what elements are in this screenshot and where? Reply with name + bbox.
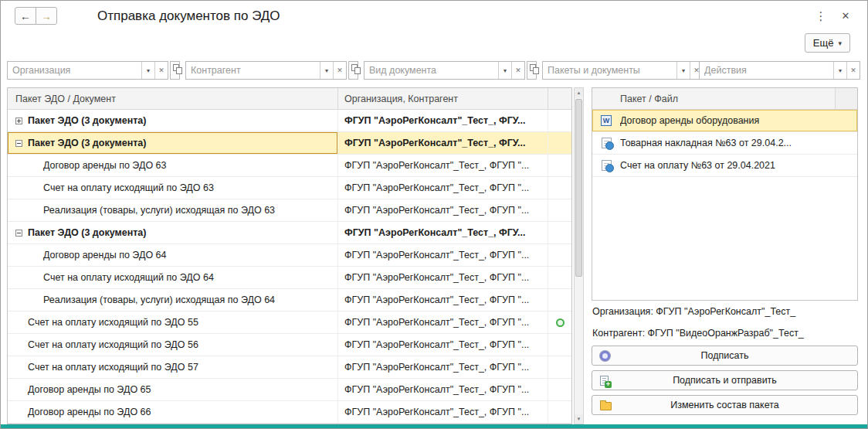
column-header-status <box>548 88 571 109</box>
status-cell <box>548 110 571 131</box>
status-cell <box>548 199 571 221</box>
filter-group: ▾✕ <box>185 61 358 80</box>
chevron-down-icon: ▾ <box>838 39 842 47</box>
document-title: Договор аренды по ЭДО 66 <box>28 407 151 417</box>
filter-input[interactable] <box>186 62 320 79</box>
scrollbar-thumb[interactable] <box>575 99 582 277</box>
organization-cell: ФГУП "АэроРегКонсалт"_Тест_, ФГУП "... <box>338 401 548 423</box>
status-cell <box>548 401 571 423</box>
table-row[interactable]: Договор аренды по ЭДО 66ФГУП "АэроРегКон… <box>8 401 571 424</box>
sign-and-send-button[interactable]: Подписать и отправить <box>592 370 858 390</box>
file-row[interactable]: WДоговор аренды оборудования <box>592 110 857 132</box>
forward-button[interactable]: → <box>36 7 57 25</box>
edit-package-button[interactable]: Изменить состав пакета <box>592 395 858 415</box>
close-icon[interactable]: ✕ <box>839 10 852 22</box>
status-cell <box>548 334 571 356</box>
table-row[interactable]: Счет на оплату исходящий по ЭДО 63ФГУП "… <box>8 177 571 199</box>
back-button[interactable]: ← <box>15 7 36 25</box>
organization-cell: ФГУП "АэроРегКонсалт"_Тест_, ФГУП "... <box>338 312 548 333</box>
file-title: Товарная накладная №63 от 29.04.2... <box>620 138 792 148</box>
status-cell <box>548 289 571 311</box>
organization-cell: ФГУП "АэроРегКонсалт"_Тест_, ФГУП "... <box>338 289 548 311</box>
chevron-down-icon[interactable]: ▾ <box>498 62 511 79</box>
vertical-scrollbar[interactable]: ▲ ▼ <box>574 87 584 424</box>
list-select-icon[interactable] <box>170 61 180 80</box>
table-row[interactable]: Счет на оплату исходящий по ЭДО 56ФГУП "… <box>8 334 571 356</box>
scroll-down-icon[interactable]: ▼ <box>575 414 583 424</box>
list-select-icon[interactable] <box>348 61 358 80</box>
edo-document-icon <box>602 160 612 171</box>
expand-icon[interactable] <box>15 117 22 124</box>
filter-input[interactable] <box>364 62 498 79</box>
filter-combo[interactable]: ▾✕ <box>364 61 525 80</box>
clear-icon[interactable]: ✕ <box>333 62 346 79</box>
table-row[interactable]: Договор аренды по ЭДО 64ФГУП "АэроРегКон… <box>8 244 571 267</box>
organization-cell: ФГУП "АэроРегКонсалт"_Тест_, ФГУП "... <box>338 379 548 400</box>
status-cell <box>548 267 571 288</box>
table-row[interactable]: Договор аренды по ЭДО 65ФГУП "АэроРегКон… <box>8 379 571 401</box>
filter-combo[interactable]: ▾✕ <box>699 61 860 80</box>
filter-group: ▾✕ <box>699 61 850 80</box>
word-file-icon: W <box>601 115 612 126</box>
organization-cell: ФГУП "АэроРегКонсалт"_Тест_, ФГУП "... <box>338 155 548 176</box>
filter-input[interactable] <box>700 62 833 79</box>
status-cell <box>548 177 571 199</box>
chevron-down-icon[interactable]: ▾ <box>320 62 333 79</box>
filter-combo[interactable]: ▾✕ <box>542 61 704 80</box>
status-cell <box>548 356 571 378</box>
table-row[interactable]: Реализация (товары, услуги) исходящая по… <box>8 199 571 222</box>
column-header-organization[interactable]: Организация, Контрагент <box>338 88 548 109</box>
chevron-down-icon[interactable]: ▾ <box>141 62 154 79</box>
sign-send-icon <box>600 376 609 386</box>
document-title: Договор аренды по ЭДО 64 <box>43 250 167 260</box>
window-menu-icon[interactable]: ⋮ <box>815 9 827 23</box>
table-row[interactable]: Пакет ЭДО (3 документа)ФГУП "АэроРегКонс… <box>8 222 571 244</box>
clear-icon[interactable]: ✕ <box>154 62 168 79</box>
document-title: Реализация (товары, услуги) исходящая по… <box>43 295 275 305</box>
document-title: Счет на оплату исходящий по ЭДО 64 <box>43 272 214 283</box>
table-row[interactable]: Счет на оплату исходящий по ЭДО 64ФГУП "… <box>8 267 571 289</box>
button-label: Изменить состав пакета <box>670 400 779 410</box>
collapse-icon[interactable] <box>15 230 22 237</box>
chevron-down-icon[interactable]: ▾ <box>676 62 690 79</box>
filter-combo[interactable]: ▾✕ <box>185 61 347 80</box>
table-row[interactable]: Пакет ЭДО (3 документа)ФГУП "АэроРегКонс… <box>8 110 571 132</box>
organization-cell: ФГУП "АэроРегКонсалт"_Тест_, ФГУП "... <box>338 199 548 221</box>
status-cell <box>548 132 571 154</box>
organization-cell: ФГУП "АэроРегКонсалт"_Тест_, ФГУП "... <box>338 334 548 356</box>
filter-input[interactable] <box>8 62 141 79</box>
table-header: Пакет ЭДО / Документ Организация, Контра… <box>8 88 571 110</box>
clear-icon[interactable]: ✕ <box>846 62 860 79</box>
organization-detail: Организация: ФГУП "АэроРегКонсалт"_Тест_ <box>592 306 858 317</box>
sign-button[interactable]: Подписать <box>592 346 858 366</box>
list-select-icon[interactable] <box>527 61 537 80</box>
file-row[interactable]: Счет на оплату №63 от 29.04.2021 <box>592 155 857 177</box>
table-row[interactable]: Пакет ЭДО (3 документа)ФГУП "АэроРегКонс… <box>8 132 571 155</box>
scroll-up-icon[interactable]: ▲ <box>575 88 583 97</box>
document-title: Счет на оплату исходящий по ЭДО 63 <box>43 182 214 193</box>
status-ok-icon <box>556 318 565 327</box>
table-row[interactable]: Реализация (товары, услуги) исходящая по… <box>8 289 571 312</box>
column-header-package-document[interactable]: Пакет ЭДО / Документ <box>8 88 338 109</box>
filter-combo[interactable]: ▾✕ <box>7 61 168 80</box>
status-cell <box>548 312 571 333</box>
document-title: Договор аренды по ЭДО 65 <box>28 384 151 395</box>
table-row[interactable]: Договор аренды по ЭДО 63ФГУП "АэроРегКон… <box>8 155 571 177</box>
organization-cell: ФГУП "АэроРегКонсалт"_Тест_, ФГУ... <box>338 222 548 243</box>
organization-cell: ФГУП "АэроРегКонсалт"_Тест_, ФГУ... <box>338 110 548 131</box>
signature-icon <box>600 351 610 361</box>
more-button[interactable]: Ещё ▾ <box>805 33 850 53</box>
filter-bar: ▾✕▾✕▾✕▾✕▾✕ <box>7 61 856 80</box>
chevron-down-icon[interactable]: ▾ <box>833 62 846 79</box>
table-row[interactable]: Счет на оплату исходящий по ЭДО 57ФГУП "… <box>8 356 571 379</box>
file-title: Счет на оплату №63 от 29.04.2021 <box>620 160 775 171</box>
document-title: Пакет ЭДО (3 документа) <box>28 138 146 148</box>
clear-icon[interactable]: ✕ <box>511 62 524 79</box>
document-title: Пакет ЭДО (3 документа) <box>28 115 146 126</box>
file-row[interactable]: Товарная накладная №63 от 29.04.2... <box>592 132 857 155</box>
collapse-icon[interactable] <box>15 140 22 147</box>
column-header-package-file[interactable]: Пакет / Файл <box>592 88 835 109</box>
table-row[interactable]: Счет на оплату исходящий по ЭДО 55ФГУП "… <box>8 312 571 334</box>
filter-input[interactable] <box>543 62 676 79</box>
package-files-table: Пакет / Файл WДоговор аренды оборудовани… <box>592 87 858 301</box>
